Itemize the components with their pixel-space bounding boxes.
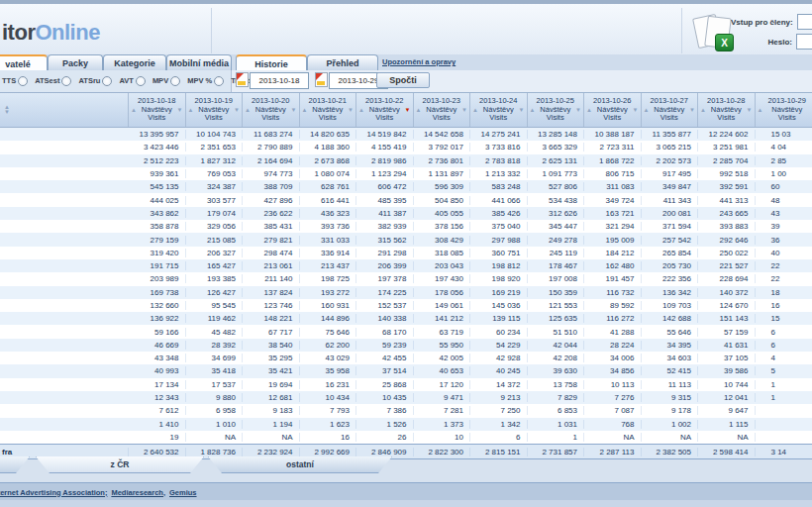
column-header-2013-10-24[interactable]: ▲2013-10-24NávštěvyVisits▼ — [470, 93, 528, 127]
column-header-2013-10-29[interactable]: ▲2013-10-29NávštěvyVisits▼ — [756, 93, 812, 127]
bottom-tab-zcr[interactable]: z ČR — [36, 456, 204, 473]
column-header-2013-10-22[interactable]: ▲2013-10-22NávštěvyVisits▼ — [356, 93, 414, 127]
radio-icon[interactable] — [18, 76, 28, 86]
notice-link[interactable]: Upozornění a opravy — [382, 57, 456, 66]
table-cell: 2 382 505 — [642, 448, 699, 456]
table-cell: 596 309 — [414, 182, 471, 191]
metric-radio-mpv[interactable]: MPV — [152, 76, 180, 86]
footer-link-iaa[interactable]: Internet Advertising Association; — [0, 488, 107, 497]
table-row[interactable]: 545 135324 387388 709628 761606 472596 3… — [0, 180, 812, 193]
column-header-2013-10-20[interactable]: ▲2013-10-20NávštěvyVisits▼ — [243, 93, 300, 127]
table-row[interactable]: 17 13417 53719 69416 23125 86817 12014 3… — [0, 378, 812, 391]
table-row[interactable]: 13 395 95710 104 74311 683 27414 820 635… — [0, 128, 812, 141]
table-row[interactable]: 7 6126 9589 1837 7937 3867 2817 2506 853… — [0, 404, 812, 417]
sort-desc-icon[interactable]: ▼ — [747, 107, 753, 113]
radio-icon[interactable] — [170, 76, 180, 86]
table-row[interactable]: 2 512 2231 827 3122 164 6942 673 8682 81… — [0, 154, 812, 167]
radio-icon[interactable] — [136, 76, 146, 86]
table-cell: NA — [243, 433, 300, 442]
radio-icon[interactable] — [61, 76, 71, 86]
tab-kategorie[interactable]: Kategorie — [103, 54, 166, 70]
table-row[interactable]: 19NANA16261061NANANA — [0, 431, 812, 444]
sort-desc-icon[interactable]: ▼ — [291, 107, 297, 113]
radio-icon[interactable] — [214, 76, 224, 86]
table-cell: 169 738 — [129, 288, 186, 297]
column-header-label: 2013-10-27NávštěvyVisits — [649, 97, 689, 123]
table-row[interactable]: 358 878329 056385 431393 736382 939378 1… — [0, 220, 812, 233]
table-row[interactable]: 939 361769 053974 7731 080 0741 123 2941… — [0, 167, 812, 180]
metric-radio-mpv-pct[interactable]: MPV % — [187, 76, 224, 86]
footer-link-gemius[interactable]: Gemius — [169, 488, 197, 497]
tab-prehled[interactable]: Přehled — [307, 54, 378, 70]
member-login-input[interactable] — [797, 14, 812, 30]
metric-radio-avt[interactable]: AVT — [119, 76, 145, 86]
table-cell: 2 232 924 — [243, 448, 300, 456]
footer-link-mediaresearch[interactable]: Mediaresearch, — [111, 488, 165, 497]
column-header-2013-10-18[interactable]: ▲2013-10-18NávštěvyVisits▼ — [129, 93, 186, 127]
radio-icon[interactable] — [102, 76, 112, 86]
column-header-2013-10-21[interactable]: ▲2013-10-21NávštěvyVisits▼ — [300, 93, 357, 127]
sort-desc-icon-active[interactable]: ▼ — [405, 107, 411, 113]
sort-desc-icon[interactable]: ▼ — [461, 107, 467, 113]
table-cell: 1 123 294 — [356, 169, 414, 178]
sort-desc-icon[interactable]: ▼ — [575, 107, 581, 113]
table-row[interactable]: 1 4101 0101 1941 6231 5261 3731 3421 031… — [0, 418, 812, 431]
bottom-tab-ostatni[interactable]: ostatní — [208, 456, 392, 473]
table-cell: 51 510 — [528, 328, 585, 337]
table-row[interactable]: 12 3439 88012 68110 43410 4359 4719 2137… — [0, 391, 812, 404]
tab-mobilni-media[interactable]: Mobilní média — [166, 54, 232, 70]
table-row[interactable]: 279 159215 085279 821331 033315 562308 4… — [0, 233, 812, 246]
table-cell: 13 758 — [528, 380, 585, 389]
table-cell: 9 183 — [243, 406, 300, 415]
calendar-icon[interactable] — [236, 72, 249, 87]
sort-desc-icon[interactable]: ▼ — [633, 107, 639, 113]
sort-desc-icon[interactable]: ▼ — [689, 107, 695, 113]
table-row[interactable]: 40 99335 41835 42135 95837 51440 65340 2… — [0, 364, 812, 377]
table-cell: 119 462 — [186, 314, 244, 323]
column-header-2013-10-23[interactable]: ▲2013-10-23NávštěvyVisits▼ — [414, 93, 471, 127]
table-row[interactable]: 3 423 4462 351 6532 790 8894 188 3604 15… — [0, 141, 812, 153]
table-row[interactable]: 136 922119 462148 221144 896140 338141 2… — [0, 312, 812, 325]
bottom-tab-partial[interactable] — [0, 456, 30, 473]
table-cell: 2 202 573 — [642, 156, 699, 165]
table-cell: 236 622 — [243, 209, 300, 218]
table-row[interactable]: 444 025303 577427 896616 441485 395504 8… — [0, 193, 812, 206]
site-column-header[interactable]: ▲▼ — [0, 93, 129, 127]
table-cell: 205 730 — [642, 261, 699, 270]
password-input[interactable] — [796, 34, 812, 50]
column-header-2013-10-27[interactable]: ▲2013-10-27NávštěvyVisits▼ — [642, 93, 699, 127]
column-header-2013-10-28[interactable]: ▲2013-10-28NávštěvyVisits▼ — [698, 93, 756, 127]
sort-desc-icon[interactable]: ▼ — [348, 107, 354, 113]
column-header-2013-10-26[interactable]: ▲2013-10-26NávštěvyVisits▼ — [584, 93, 642, 127]
sort-desc-icon[interactable]: ▼ — [519, 107, 525, 113]
date-from-input[interactable] — [250, 72, 309, 89]
table-row[interactable]: 59 16645 48267 71775 64668 17063 71960 2… — [0, 325, 812, 338]
column-header-2013-10-25[interactable]: ▲2013-10-25NávštěvyVisits▼ — [528, 93, 585, 127]
compute-button[interactable]: Spočti — [376, 72, 430, 88]
table-row[interactable]: 343 862179 074236 622436 323411 387405 0… — [0, 207, 812, 220]
table-cell: 243 665 — [698, 209, 756, 218]
table-cell: 165 427 — [186, 261, 244, 270]
table-row[interactable]: 43 34834 69935 29543 02942 45542 00542 9… — [0, 352, 812, 364]
table-cell: 43 029 — [300, 354, 357, 362]
sort-desc-icon[interactable]: ▼ — [4, 110, 10, 115]
sort-desc-icon[interactable]: ▼ — [234, 107, 240, 113]
table-row[interactable]: 191 715165 427213 061213 437206 399203 0… — [0, 259, 812, 272]
calendar-icon[interactable] — [315, 72, 328, 87]
sort-desc-icon[interactable]: ▼ — [177, 107, 183, 113]
table-cell: 411 343 — [642, 196, 699, 205]
tab-packy[interactable]: Packy — [48, 54, 103, 70]
table-cell: 1 868 722 — [584, 156, 642, 165]
table-row[interactable]: 46 66928 39238 54062 20059 23955 95054 2… — [0, 339, 812, 352]
metric-radio-atsru[interactable]: ATSru — [78, 76, 112, 86]
table-cell: 140 338 — [356, 314, 414, 323]
table-row[interactable]: 319 420206 327298 474336 914291 298318 0… — [0, 247, 812, 259]
table-row[interactable]: 132 66095 545123 746160 931152 537149 06… — [0, 299, 812, 312]
table-row[interactable]: 169 738126 427137 824193 272174 225178 0… — [0, 286, 812, 299]
metric-radio-atsest[interactable]: ATSest — [35, 76, 71, 86]
table-row[interactable]: 203 989193 385211 140198 725197 378197 4… — [0, 272, 812, 285]
table-cell: 504 850 — [414, 196, 471, 205]
table-cell: 54 229 — [470, 341, 528, 350]
metric-radio-tts[interactable]: TTS — [2, 76, 28, 86]
column-header-2013-10-19[interactable]: ▲2013-10-19NávštěvyVisits▼ — [186, 93, 244, 127]
